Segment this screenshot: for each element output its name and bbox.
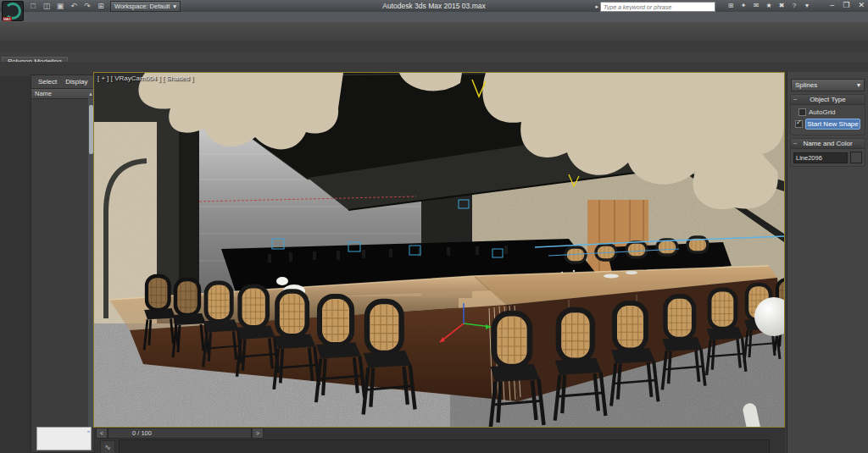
viewport-scene [94, 73, 784, 427]
frame-readout: 0 / 100 [108, 428, 252, 439]
communication-icon[interactable]: ✉ [751, 1, 761, 11]
spline-category-dropdown[interactable]: Splines ▾ [791, 79, 865, 91]
chevron-down-icon: ▾ [173, 3, 176, 10]
redo-icon[interactable]: ↷ [81, 1, 93, 11]
max-badge: MAX [3, 17, 12, 21]
object-color-swatch[interactable] [850, 152, 862, 163]
3dsmax-window: MAX □◫▣↶↷⊞ Workspace: Default ▾ Autodesk… [0, 0, 868, 453]
track-bar-ruler[interactable] [119, 439, 770, 453]
object-type-rollout-header[interactable]: − Object Type [791, 95, 865, 105]
project-folder-icon[interactable]: ⊞ [95, 1, 107, 11]
object-type-rollout: − Object Type AutoGrid Start New Shape [790, 94, 865, 135]
quick-access-toolbar: □◫▣↶↷⊞ [27, 1, 107, 11]
time-bar: < 0 / 100 > ∿ [93, 428, 785, 453]
chevron-down-icon: ▾ [857, 81, 860, 89]
open-file-icon[interactable]: ◫ [41, 1, 53, 11]
autogrid-checkbox[interactable] [798, 108, 806, 116]
save-file-icon[interactable]: ▣ [54, 1, 66, 11]
menu-bar [0, 12, 868, 22]
close-button[interactable]: ✕ [858, 1, 865, 9]
maximize-button[interactable]: ❐ [843, 1, 849, 9]
key-icon[interactable]: ✦ [738, 1, 748, 11]
workspace-dropdown[interactable]: Workspace: Default ▾ [110, 1, 181, 12]
app-logo[interactable]: MAX [2, 1, 24, 21]
object-name-field[interactable] [793, 152, 848, 163]
scene-explorer-menu: Select Display [31, 75, 94, 89]
scene-explorer-footer-field[interactable]: » [36, 427, 92, 450]
collapse-icon: − [793, 96, 798, 103]
workspace-label: Workspace: Default [114, 3, 170, 10]
menu-display[interactable]: Display [65, 78, 87, 86]
new-file-icon[interactable]: □ [27, 1, 39, 11]
start-new-shape-checkbox[interactable] [795, 120, 803, 128]
help-dropdown-icon[interactable]: ▾ [802, 1, 812, 11]
start-new-shape-button[interactable]: Start New Shape [805, 119, 860, 130]
undo-icon[interactable]: ↶ [68, 1, 80, 11]
footer-dropdown-icon[interactable]: » [87, 428, 90, 434]
left-dock-toolbar [0, 76, 31, 453]
prev-frame-button[interactable]: < [96, 428, 108, 439]
viewport-label[interactable]: [ + ] [ VRayCam004 ] [ Shaded ] [97, 75, 193, 82]
next-frame-button[interactable]: > [252, 428, 264, 439]
create-subcategory-tabs [787, 74, 868, 77]
favorites-icon[interactable]: ★ [764, 1, 774, 11]
scene-explorer: Select Display Name ▲ » [31, 75, 95, 453]
menu-select[interactable]: Select [38, 78, 57, 86]
autogrid-label: AutoGrid [809, 108, 836, 116]
exchange-icon[interactable]: ✖ [776, 1, 787, 11]
main-toolbar [0, 22, 868, 41]
infocenter-icons: ⊞✦✉★✖?▾ [726, 1, 812, 11]
command-panel: Splines ▾ − Object Type AutoGrid Start N… [787, 72, 868, 453]
ribbon-panel-row: Polygon Modeling [0, 52, 868, 62]
help-icon[interactable]: ? [789, 1, 799, 11]
ribbon-tabs [0, 41, 868, 52]
search-arrow-icon[interactable]: ▸ [595, 3, 598, 10]
minimize-button[interactable]: – [830, 1, 834, 9]
title-bar: MAX □◫▣↶↷⊞ Workspace: Default ▾ Autodesk… [0, 0, 868, 12]
name-color-rollout: − Name and Color [790, 138, 865, 167]
scene-explorer-list [31, 98, 88, 427]
perspective-viewport[interactable]: [ + ] [ VRayCam004 ] [ Shaded ] [93, 72, 785, 428]
mini-curve-editor-button[interactable]: ∿ [100, 440, 115, 453]
search-input[interactable] [600, 2, 715, 12]
collapse-icon: − [793, 140, 798, 147]
name-color-rollout-header[interactable]: − Name and Color [791, 139, 865, 149]
infocenter-grid-icon[interactable]: ⊞ [726, 1, 736, 11]
